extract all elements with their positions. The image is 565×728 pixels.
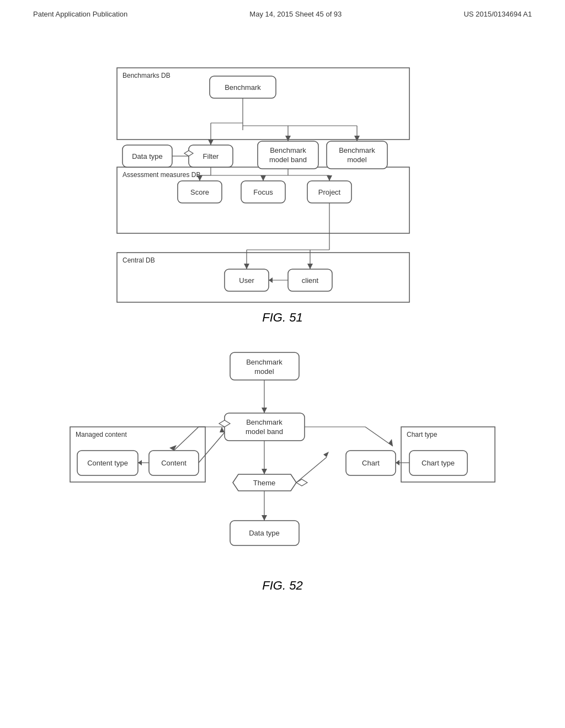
svg-rect-6 (210, 76, 276, 98)
svg-rect-79 (346, 451, 396, 475)
fig51-diagram: Benchmarks DB Assessment measures DB Cen… (62, 40, 503, 305)
svg-rect-22 (307, 181, 351, 203)
svg-marker-47 (260, 175, 266, 181)
fig52-diagram: Managed content Chart type Benchmark mod… (62, 341, 503, 573)
svg-rect-81 (409, 451, 467, 475)
svg-text:Focus: Focus (253, 188, 273, 196)
page-header: Patent Application Publication May 14, 2… (0, 0, 565, 24)
svg-rect-24 (225, 269, 269, 291)
svg-marker-101 (396, 460, 399, 465)
svg-rect-65 (230, 352, 299, 380)
svg-marker-86 (262, 469, 267, 474)
svg-text:Score: Score (190, 188, 209, 196)
svg-rect-18 (178, 181, 222, 203)
svg-text:Content type: Content type (87, 459, 128, 467)
header-left: Patent Application Publication (33, 10, 127, 18)
svg-text:model band: model band (269, 156, 307, 164)
svg-marker-99 (296, 479, 307, 486)
svg-marker-44 (197, 175, 202, 181)
svg-text:Benchmarks DB: Benchmarks DB (122, 72, 170, 79)
svg-rect-68 (225, 413, 305, 441)
svg-marker-31 (208, 140, 214, 145)
svg-rect-4 (117, 253, 409, 302)
svg-line-97 (296, 457, 327, 483)
svg-rect-75 (77, 451, 138, 475)
svg-marker-58 (244, 264, 249, 269)
svg-text:Assessment measures DB: Assessment measures DB (122, 171, 200, 179)
svg-text:Benchmark: Benchmark (339, 146, 375, 154)
svg-rect-73 (230, 521, 299, 545)
svg-rect-26 (288, 269, 332, 291)
svg-line-95 (199, 432, 225, 463)
svg-marker-91 (169, 445, 177, 451)
svg-text:Chart type: Chart type (407, 431, 438, 438)
svg-marker-96 (220, 427, 225, 432)
svg-marker-71 (233, 474, 296, 491)
svg-text:Benchmark: Benchmark (246, 358, 282, 366)
svg-text:Filter: Filter (203, 152, 220, 160)
svg-text:Content: Content (161, 459, 186, 467)
svg-marker-60 (269, 277, 273, 283)
header-center: May 14, 2015 Sheet 45 of 93 (249, 10, 342, 18)
svg-text:model: model (347, 156, 367, 164)
svg-rect-61 (70, 427, 205, 482)
svg-rect-0 (117, 68, 409, 140)
svg-rect-8 (122, 145, 172, 167)
svg-text:Chart: Chart (362, 459, 380, 467)
svg-text:Benchmark: Benchmark (270, 146, 306, 154)
svg-text:Central DB: Central DB (122, 256, 155, 264)
svg-marker-55 (307, 264, 313, 269)
svg-rect-20 (241, 181, 285, 203)
svg-text:Benchmark: Benchmark (246, 418, 282, 426)
svg-text:Benchmark: Benchmark (225, 83, 261, 92)
svg-marker-84 (262, 408, 267, 413)
svg-text:Chart type: Chart type (422, 459, 455, 467)
svg-rect-63 (401, 427, 495, 482)
svg-line-103 (365, 427, 393, 446)
svg-rect-12 (258, 141, 318, 169)
svg-text:Data type: Data type (132, 152, 163, 160)
svg-marker-94 (138, 460, 142, 465)
svg-rect-10 (189, 145, 233, 167)
svg-text:client: client (302, 276, 319, 285)
header-right: US 2015/0134694 A1 (463, 10, 532, 18)
svg-text:model band: model band (246, 427, 283, 436)
fig51-connectors: Benchmarks DB Assessment measures DB Cen… (62, 40, 503, 305)
svg-marker-104 (388, 439, 393, 446)
svg-text:Theme: Theme (253, 479, 275, 487)
fig52-label: FIG. 52 (0, 579, 565, 593)
svg-marker-40 (184, 151, 193, 156)
svg-text:Managed content: Managed content (76, 431, 127, 438)
svg-rect-15 (327, 141, 387, 169)
fig52-connectors: Managed content Chart type Benchmark mod… (62, 341, 503, 573)
svg-rect-77 (149, 451, 199, 475)
svg-text:Data type: Data type (249, 529, 280, 537)
fig51-label: FIG. 51 (0, 311, 565, 325)
svg-marker-98 (323, 452, 329, 457)
svg-marker-50 (327, 175, 332, 181)
svg-rect-2 (117, 167, 409, 233)
svg-marker-92 (219, 420, 230, 427)
svg-text:Project: Project (318, 188, 341, 196)
svg-line-90 (174, 427, 199, 451)
svg-marker-88 (262, 515, 267, 521)
svg-marker-35 (285, 136, 291, 141)
svg-text:User: User (239, 276, 254, 285)
svg-marker-38 (354, 136, 360, 141)
svg-text:model: model (254, 367, 274, 376)
